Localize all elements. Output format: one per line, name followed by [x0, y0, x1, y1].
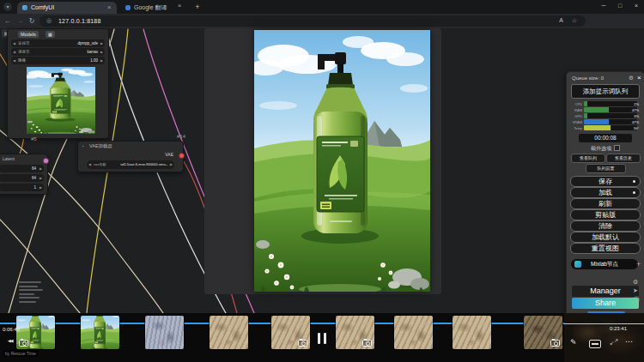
- cpu-stat-row: CPU 2%: [568, 101, 641, 106]
- gpu-stat-row: GPU 3%: [568, 113, 641, 118]
- forward-icon[interactable]: →: [15, 16, 25, 26]
- camera-icon[interactable]: [362, 340, 372, 347]
- pencil-icon[interactable]: ✎: [570, 338, 577, 347]
- view-history-button[interactable]: 查看历史: [606, 154, 641, 163]
- camera-icon[interactable]: [19, 340, 28, 347]
- window-maximize-button[interactable]: □: [612, 0, 628, 12]
- collapse-icon[interactable]: ▪: [82, 143, 84, 148]
- reload-icon[interactable]: ↻: [27, 16, 37, 26]
- tab-comfyui[interactable]: ComfyUI ×: [17, 2, 117, 14]
- vae-output-dot[interactable]: [179, 153, 185, 159]
- latent-width-widget[interactable]: 64 ▶: [0, 165, 44, 172]
- widget-value: sd1.5vae-ft-mse-840000-ema...: [120, 160, 168, 169]
- latent-height-widget[interactable]: 64 ▶: [0, 174, 44, 182]
- expand-icon[interactable]: ↗ ↙: [610, 337, 618, 346]
- tab-label: ComfyUI: [31, 2, 54, 14]
- stepper-right-icon[interactable]: ▶: [39, 165, 42, 172]
- generated-poster-image: [254, 30, 430, 292]
- back-icon[interactable]: ←: [3, 16, 13, 26]
- stat-value: 47%: [632, 120, 639, 124]
- stepper-right-icon[interactable]: ▶: [100, 57, 103, 64]
- stepper-right-icon[interactable]: ▶: [39, 184, 42, 191]
- save-button[interactable]: 保存: [570, 176, 641, 187]
- reset-view-button[interactable]: 重置视图: [570, 243, 641, 254]
- rewind-icon[interactable]: ◀◀: [8, 338, 13, 343]
- button-label: 剪贴版: [595, 211, 616, 219]
- timeline-thumbnail-8[interactable]: [453, 316, 491, 349]
- mixlab-nodes-button[interactable]: Mixlab节点: [571, 259, 638, 269]
- vae-node-title: VAE加载器: [89, 143, 112, 149]
- url-input[interactable]: ◎ 127.0.0.1:8188 A ☆: [39, 15, 586, 27]
- load-button[interactable]: 加载: [570, 187, 641, 198]
- sampler-widget[interactable]: ◀ 采样器 dpmpp_sde ▶: [11, 39, 105, 47]
- vae-name-widget[interactable]: ◀ vae名称 sd1.5vae-ft-mse-840000-ema... ▶: [87, 160, 174, 169]
- window-close-button[interactable]: ×: [629, 0, 644, 12]
- stepper-left-icon[interactable]: ◀: [88, 160, 91, 169]
- button-label: 保存: [598, 178, 612, 185]
- translate-icon[interactable]: A: [559, 17, 563, 23]
- clear-button[interactable]: 清除: [570, 220, 641, 232]
- timeline-thumbnail-1[interactable]: [16, 316, 55, 349]
- gear-icon[interactable]: ⚙: [629, 75, 634, 81]
- stepper-right-icon[interactable]: ▶: [100, 48, 103, 56]
- stepper-left-icon[interactable]: ◀: [13, 57, 15, 64]
- url-text: 127.0.0.1:8188: [58, 18, 101, 24]
- more-icon[interactable]: ⋯: [625, 337, 633, 346]
- film-frame-icon[interactable]: [589, 340, 601, 348]
- timeline-thumbnail-2[interactable]: [81, 316, 119, 349]
- timeline-thumbnail-4[interactable]: [210, 316, 248, 349]
- latent-output-label: Latent: [3, 156, 15, 161]
- close-icon[interactable]: ×: [637, 74, 641, 81]
- add-node-plus-icon[interactable]: +: [636, 260, 641, 268]
- left-timecode: 0:06:42: [3, 327, 20, 332]
- stat-label: VRAM: [568, 120, 582, 124]
- queue-front-button[interactable]: 队列前置: [586, 164, 626, 173]
- pause-icon[interactable]: [318, 333, 326, 344]
- stepper-right-icon[interactable]: ▶: [170, 160, 173, 169]
- extra-options-checkbox[interactable]: [614, 145, 620, 151]
- button-label: 加载默认: [592, 233, 619, 241]
- tab-close-icon[interactable]: ×: [105, 2, 113, 14]
- site-info-icon[interactable]: ◎: [46, 17, 52, 24]
- image-preview-panel[interactable]: [204, 28, 441, 294]
- timeline-thumbnail-9[interactable]: [524, 316, 562, 349]
- camera-icon[interactable]: [298, 340, 307, 347]
- notification-dot: [633, 180, 635, 183]
- clipspace-button[interactable]: 剪贴版: [570, 209, 641, 220]
- camera-icon[interactable]: [550, 340, 560, 347]
- scheduler-widget[interactable]: ◀ 调度器 karras ▶: [11, 48, 105, 56]
- refresh-button[interactable]: 刷新: [570, 198, 641, 209]
- node-graph-canvas[interactable]: ▤ ▾ Models ▦ ◀ 采样器 dpmpp_sde ▶ ◀ 调度器 kar…: [0, 28, 644, 313]
- latent-node[interactable]: Latent 64 ▶ 64 ▶ 1 ▶: [0, 154, 48, 195]
- load-default-button[interactable]: 加载默认: [570, 232, 641, 243]
- bookmark-star-icon[interactable]: ☆: [572, 17, 577, 24]
- queue-prompt-button[interactable]: 添加提示词队列: [571, 84, 640, 99]
- stat-value: 47%: [632, 108, 639, 112]
- stepper-right-icon[interactable]: ▶: [100, 39, 103, 47]
- latent-batch-widget[interactable]: 1 ▶: [0, 184, 44, 191]
- tab-close-icon[interactable]: ×: [175, 2, 184, 9]
- new-tab-button[interactable]: +: [192, 2, 203, 12]
- share-button[interactable]: Share: [572, 298, 639, 309]
- timeline-thumbnail-3[interactable]: [145, 316, 184, 349]
- latent-output-dot[interactable]: [43, 158, 49, 164]
- tab-search-icon[interactable]: ▾: [3, 3, 12, 11]
- timeline-thumbnail-6[interactable]: [336, 316, 374, 349]
- image-tab-icon[interactable]: ▦: [46, 31, 55, 38]
- circle-icon[interactable]: ◯: [633, 296, 640, 303]
- vae-loader-node[interactable]: ▪ VAE加载器 VAE ◀ vae名称 sd1.5vae-ft-mse-840…: [77, 141, 184, 172]
- stepper-left-icon[interactable]: ◀: [13, 39, 15, 47]
- view-queue-button[interactable]: 查看队列: [571, 154, 605, 163]
- stepper-right-icon[interactable]: ▶: [39, 174, 42, 182]
- model-node-tab[interactable]: Models: [18, 31, 39, 38]
- timeline-thumbnail-5[interactable]: [271, 316, 310, 349]
- model-node[interactable]: Models ▦ ◀ 采样器 dpmpp_sde ▶ ◀ 调度器 karras …: [7, 28, 109, 139]
- manager-button[interactable]: Manager: [572, 286, 639, 297]
- settings-gear-icon[interactable]: ⚙: [633, 279, 638, 286]
- timeline-thumbnail-7[interactable]: [394, 316, 433, 349]
- window-minimize-button[interactable]: ─: [596, 0, 611, 12]
- thumbnail-image: [81, 316, 119, 349]
- denoise-widget[interactable]: ◀ 降噪 1.00 ▶: [11, 57, 105, 64]
- send-icon[interactable]: ➤: [633, 287, 638, 294]
- stepper-left-icon[interactable]: ◀: [13, 48, 15, 56]
